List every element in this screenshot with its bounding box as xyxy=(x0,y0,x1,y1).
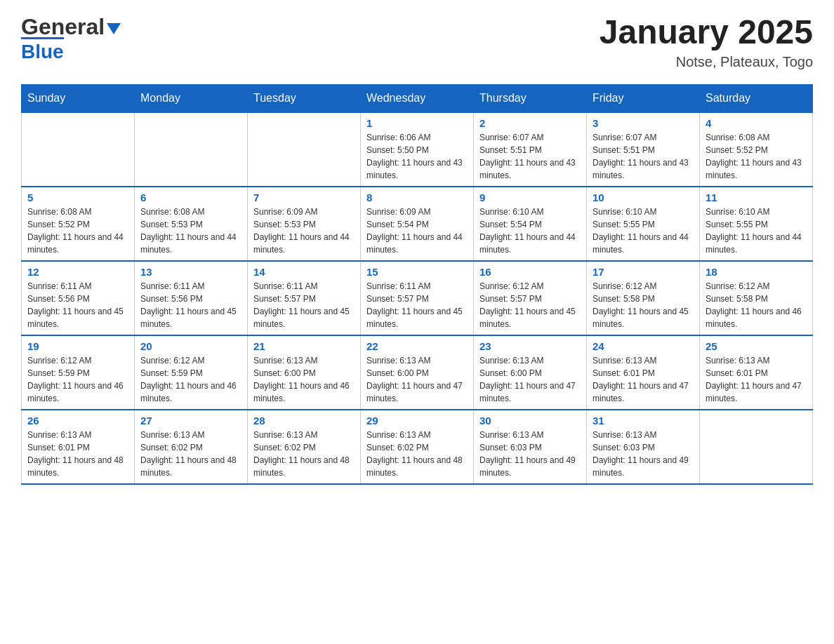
day-info: Sunrise: 6:08 AMSunset: 5:53 PMDaylight:… xyxy=(140,206,241,256)
day-info: Sunrise: 6:08 AMSunset: 5:52 PMDaylight:… xyxy=(706,131,807,182)
table-row: 1Sunrise: 6:06 AMSunset: 5:50 PMDaylight… xyxy=(361,112,474,187)
table-row xyxy=(248,112,361,187)
day-number: 20 xyxy=(140,340,241,352)
day-info: Sunrise: 6:13 AMSunset: 6:00 PMDaylight:… xyxy=(253,354,355,405)
day-number: 3 xyxy=(593,117,694,129)
day-info: Sunrise: 6:06 AMSunset: 5:50 PMDaylight:… xyxy=(366,131,468,182)
table-row: 6Sunrise: 6:08 AMSunset: 5:53 PMDaylight… xyxy=(135,187,248,261)
page-header: General Blue January 2025 Notse, Plateau… xyxy=(21,14,813,70)
day-info: Sunrise: 6:13 AMSunset: 6:00 PMDaylight:… xyxy=(479,354,581,405)
table-row xyxy=(22,112,135,187)
day-info: Sunrise: 6:12 AMSunset: 5:59 PMDaylight:… xyxy=(140,354,241,405)
table-row: 26Sunrise: 6:13 AMSunset: 6:01 PMDayligh… xyxy=(22,410,135,484)
day-info: Sunrise: 6:10 AMSunset: 5:55 PMDaylight:… xyxy=(706,206,807,256)
day-info: Sunrise: 6:10 AMSunset: 5:54 PMDaylight:… xyxy=(479,206,581,256)
day-info: Sunrise: 6:13 AMSunset: 6:03 PMDaylight:… xyxy=(593,429,694,479)
day-info: Sunrise: 6:11 AMSunset: 5:57 PMDaylight:… xyxy=(366,280,468,330)
table-row: 4Sunrise: 6:08 AMSunset: 5:52 PMDaylight… xyxy=(700,112,813,187)
day-number: 27 xyxy=(140,415,241,427)
day-info: Sunrise: 6:13 AMSunset: 6:02 PMDaylight:… xyxy=(253,429,355,479)
day-info: Sunrise: 6:10 AMSunset: 5:55 PMDaylight:… xyxy=(593,206,694,256)
day-info: Sunrise: 6:11 AMSunset: 5:57 PMDaylight:… xyxy=(253,280,355,330)
table-row: 23Sunrise: 6:13 AMSunset: 6:00 PMDayligh… xyxy=(474,335,587,410)
table-row xyxy=(700,410,813,484)
day-info: Sunrise: 6:11 AMSunset: 5:56 PMDaylight:… xyxy=(27,280,128,330)
day-info: Sunrise: 6:13 AMSunset: 6:02 PMDaylight:… xyxy=(366,429,468,479)
day-number: 12 xyxy=(27,266,128,278)
logo-text-blue: Blue xyxy=(21,41,64,63)
day-number: 5 xyxy=(27,192,128,203)
table-row: 19Sunrise: 6:12 AMSunset: 5:59 PMDayligh… xyxy=(22,335,135,410)
day-info: Sunrise: 6:13 AMSunset: 6:01 PMDaylight:… xyxy=(593,354,694,405)
day-info: Sunrise: 6:12 AMSunset: 5:58 PMDaylight:… xyxy=(706,280,807,330)
calendar-week-3: 12Sunrise: 6:11 AMSunset: 5:56 PMDayligh… xyxy=(22,261,813,335)
day-info: Sunrise: 6:13 AMSunset: 6:02 PMDaylight:… xyxy=(140,429,241,479)
day-number: 11 xyxy=(706,192,807,203)
day-number: 9 xyxy=(479,192,581,203)
day-number: 22 xyxy=(366,340,468,352)
day-number: 6 xyxy=(140,192,241,203)
calendar-table: Sunday Monday Tuesday Wednesday Thursday… xyxy=(21,84,813,485)
day-info: Sunrise: 6:09 AMSunset: 5:54 PMDaylight:… xyxy=(366,206,468,256)
location: Notse, Plateaux, Togo xyxy=(600,54,813,70)
table-row: 30Sunrise: 6:13 AMSunset: 6:03 PMDayligh… xyxy=(474,410,587,484)
day-number: 15 xyxy=(366,266,468,278)
day-info: Sunrise: 6:07 AMSunset: 5:51 PMDaylight:… xyxy=(593,131,694,182)
col-monday: Monday xyxy=(135,84,248,112)
day-number: 19 xyxy=(27,340,128,352)
logo-triangle-icon xyxy=(107,23,121,34)
day-number: 4 xyxy=(706,117,807,129)
col-tuesday: Tuesday xyxy=(248,84,361,112)
day-number: 17 xyxy=(593,266,694,278)
day-number: 25 xyxy=(706,340,807,352)
day-info: Sunrise: 6:08 AMSunset: 5:52 PMDaylight:… xyxy=(27,206,128,256)
calendar-header-row: Sunday Monday Tuesday Wednesday Thursday… xyxy=(22,84,813,112)
calendar-week-4: 19Sunrise: 6:12 AMSunset: 5:59 PMDayligh… xyxy=(22,335,813,410)
table-row: 16Sunrise: 6:12 AMSunset: 5:57 PMDayligh… xyxy=(474,261,587,335)
table-row: 12Sunrise: 6:11 AMSunset: 5:56 PMDayligh… xyxy=(22,261,135,335)
table-row: 3Sunrise: 6:07 AMSunset: 5:51 PMDaylight… xyxy=(587,112,700,187)
table-row: 24Sunrise: 6:13 AMSunset: 6:01 PMDayligh… xyxy=(587,335,700,410)
table-row: 20Sunrise: 6:12 AMSunset: 5:59 PMDayligh… xyxy=(135,335,248,410)
day-number: 26 xyxy=(27,415,128,427)
table-row xyxy=(135,112,248,187)
table-row: 11Sunrise: 6:10 AMSunset: 5:55 PMDayligh… xyxy=(700,187,813,261)
table-row: 17Sunrise: 6:12 AMSunset: 5:58 PMDayligh… xyxy=(587,261,700,335)
table-row: 22Sunrise: 6:13 AMSunset: 6:00 PMDayligh… xyxy=(361,335,474,410)
day-number: 13 xyxy=(140,266,241,278)
table-row: 13Sunrise: 6:11 AMSunset: 5:56 PMDayligh… xyxy=(135,261,248,335)
day-number: 8 xyxy=(366,192,468,203)
day-info: Sunrise: 6:09 AMSunset: 5:53 PMDaylight:… xyxy=(253,206,355,256)
day-number: 31 xyxy=(593,415,694,427)
table-row: 8Sunrise: 6:09 AMSunset: 5:54 PMDaylight… xyxy=(361,187,474,261)
title-section: January 2025 Notse, Plateaux, Togo xyxy=(600,14,813,70)
col-friday: Friday xyxy=(587,84,700,112)
logo: General Blue xyxy=(21,14,121,63)
day-number: 23 xyxy=(479,340,581,352)
table-row: 25Sunrise: 6:13 AMSunset: 6:01 PMDayligh… xyxy=(700,335,813,410)
table-row: 7Sunrise: 6:09 AMSunset: 5:53 PMDaylight… xyxy=(248,187,361,261)
table-row: 15Sunrise: 6:11 AMSunset: 5:57 PMDayligh… xyxy=(361,261,474,335)
day-info: Sunrise: 6:12 AMSunset: 5:58 PMDaylight:… xyxy=(593,280,694,330)
day-number: 18 xyxy=(706,266,807,278)
table-row: 21Sunrise: 6:13 AMSunset: 6:00 PMDayligh… xyxy=(248,335,361,410)
logo-text-black: General xyxy=(21,14,105,40)
day-info: Sunrise: 6:11 AMSunset: 5:56 PMDaylight:… xyxy=(140,280,241,330)
calendar-week-1: 1Sunrise: 6:06 AMSunset: 5:50 PMDaylight… xyxy=(22,112,813,187)
table-row: 2Sunrise: 6:07 AMSunset: 5:51 PMDaylight… xyxy=(474,112,587,187)
calendar-week-2: 5Sunrise: 6:08 AMSunset: 5:52 PMDaylight… xyxy=(22,187,813,261)
day-info: Sunrise: 6:13 AMSunset: 6:00 PMDaylight:… xyxy=(366,354,468,405)
day-number: 30 xyxy=(479,415,581,427)
col-wednesday: Wednesday xyxy=(361,84,474,112)
table-row: 9Sunrise: 6:10 AMSunset: 5:54 PMDaylight… xyxy=(474,187,587,261)
day-info: Sunrise: 6:13 AMSunset: 6:03 PMDaylight:… xyxy=(479,429,581,479)
day-info: Sunrise: 6:07 AMSunset: 5:51 PMDaylight:… xyxy=(479,131,581,182)
col-saturday: Saturday xyxy=(700,84,813,112)
day-number: 21 xyxy=(253,340,355,352)
day-number: 1 xyxy=(366,117,468,129)
day-number: 24 xyxy=(593,340,694,352)
day-number: 14 xyxy=(253,266,355,278)
col-sunday: Sunday xyxy=(22,84,135,112)
calendar-week-5: 26Sunrise: 6:13 AMSunset: 6:01 PMDayligh… xyxy=(22,410,813,484)
table-row: 18Sunrise: 6:12 AMSunset: 5:58 PMDayligh… xyxy=(700,261,813,335)
